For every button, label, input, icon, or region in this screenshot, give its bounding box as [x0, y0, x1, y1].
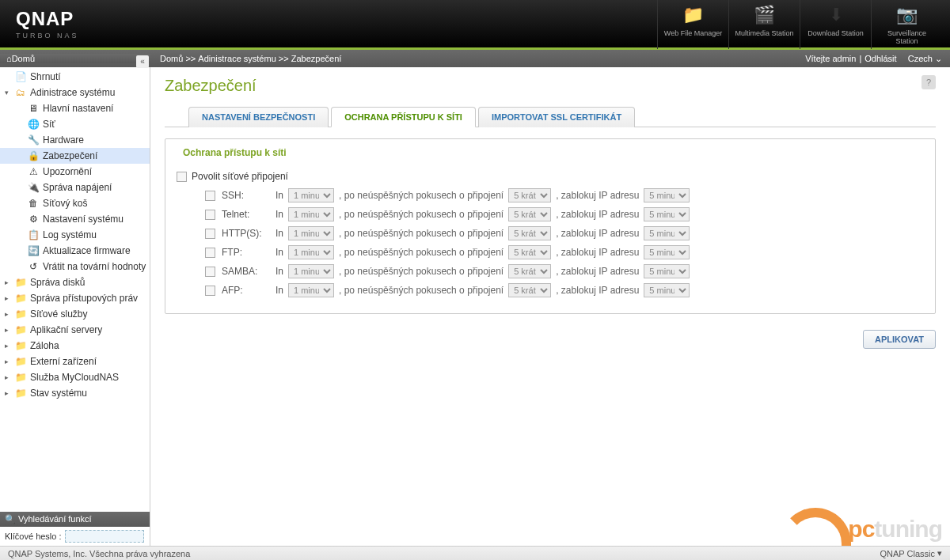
nav-item-síť[interactable]: 🌐Síť: [0, 116, 150, 132]
tree-item-icon: 📁: [14, 371, 27, 384]
expand-icon[interactable]: ▸: [5, 326, 14, 334]
logo: QNAP TURBO NAS: [16, 8, 79, 40]
nav-item-správa-přístupových-práv[interactable]: ▸📁Správa přístupových práv: [0, 290, 150, 306]
tree-item-label: Správa přístupových práv: [30, 293, 138, 304]
protocol-label: FTP:: [222, 247, 271, 258]
tree-item-label: Hlavní nastavení: [43, 103, 113, 114]
search-label: Klíčové heslo :: [5, 532, 62, 541]
tree-item-icon: ⚠: [27, 165, 40, 178]
nav-item-nastavení-systému[interactable]: ⚙Nastavení systému: [0, 211, 150, 227]
nav-item-hardware[interactable]: 🔧Hardware: [0, 132, 150, 148]
top-station-0[interactable]: 📁Web File Manager: [657, 0, 728, 49]
nav-item-služba-mycloudnas[interactable]: ▸📁Služba MyCloudNAS: [0, 369, 150, 385]
nav-item-stav-systému[interactable]: ▸📁Stav systému: [0, 385, 150, 401]
protocol-checkbox[interactable]: [205, 248, 215, 258]
after-label: , po neúspěšných pokusech o připojení: [339, 228, 504, 239]
time-select[interactable]: 1 minut: [288, 207, 334, 221]
nav-item-shrnutí[interactable]: 📄Shrnutí: [0, 69, 150, 85]
help-button[interactable]: ?: [922, 75, 936, 89]
time-select[interactable]: 1 minut: [288, 264, 334, 278]
top-station-2[interactable]: ⬇Download Station: [800, 0, 871, 49]
block-time-select[interactable]: 5 minut: [644, 283, 690, 297]
tree-item-icon: ⚙: [27, 213, 40, 225]
top-station-1[interactable]: 🎬Multimedia Station: [728, 0, 800, 49]
protocol-label: SAMBA:: [222, 266, 271, 277]
tab-bar: NASTAVENÍ BEZPEČNOSTIOCHRANA PŘÍSTUPU K …: [165, 106, 936, 127]
in-label: In: [276, 228, 283, 239]
sidebar-home-label[interactable]: Domů: [12, 54, 35, 63]
count-select[interactable]: 5 krát: [508, 245, 551, 259]
expand-icon[interactable]: ▸: [5, 389, 14, 397]
block-time-select[interactable]: 5 minut: [644, 245, 690, 259]
station-icon: 📷: [895, 2, 920, 28]
tree-item-label: Aplikační servery: [30, 324, 102, 335]
time-select[interactable]: 1 minut: [288, 188, 334, 202]
protocol-checkbox[interactable]: [205, 191, 215, 201]
time-select[interactable]: 1 minut: [288, 283, 334, 297]
count-select[interactable]: 5 krát: [508, 226, 551, 240]
nav-item-log-systému[interactable]: 📋Log systému: [0, 227, 150, 243]
protocol-checkbox[interactable]: [205, 286, 215, 296]
expand-icon[interactable]: ▸: [5, 310, 14, 318]
collapse-sidebar-button[interactable]: «: [136, 55, 149, 68]
search-input[interactable]: [65, 530, 144, 543]
block-time-select[interactable]: 5 minut: [644, 207, 690, 221]
language-select[interactable]: Czech ⌄: [908, 54, 942, 64]
crumb-l1[interactable]: Adinistrace systému: [198, 54, 276, 63]
nav-item-externí-zařízení[interactable]: ▸📁Externí zařízení: [0, 354, 150, 369]
tab-0[interactable]: NASTAVENÍ BEZPEČNOSTI: [188, 107, 329, 127]
nav-item-síťový-koš[interactable]: 🗑Síťový koš: [0, 195, 150, 211]
tree-item-label: Hardware: [43, 134, 84, 146]
page-title: Zabezpečení: [165, 77, 936, 95]
count-select[interactable]: 5 krát: [508, 264, 551, 278]
tab-2[interactable]: IMPORTOVAT SSL CERTIFIKÁT: [478, 107, 635, 127]
nav-item-vrátit-na-tovární-hodnoty[interactable]: ↺Vrátit na tovární hodnoty: [0, 259, 150, 274]
protocol-checkbox[interactable]: [205, 229, 215, 239]
expand-icon[interactable]: ▸: [5, 358, 14, 365]
expand-icon[interactable]: ▾: [5, 89, 14, 96]
expand-icon[interactable]: ▸: [5, 342, 14, 350]
block-time-select[interactable]: 5 minut: [644, 226, 690, 240]
expand-icon[interactable]: ▸: [5, 294, 14, 302]
skin-selector[interactable]: QNAP Classic ▾: [880, 548, 942, 558]
tree-item-icon: 🌐: [27, 118, 40, 131]
tree-item-icon: ↺: [27, 260, 40, 273]
nav-item-síťové-služby[interactable]: ▸📁Síťové služby: [0, 306, 150, 322]
crumb-home[interactable]: Domů: [160, 54, 183, 63]
protocol-checkbox[interactable]: [205, 210, 215, 220]
nav-item-aktualizace-firmware[interactable]: 🔄Aktualizace firmware: [0, 243, 150, 259]
tree-item-label: Služba MyCloudNAS: [30, 372, 119, 383]
nav-item-správa-napájení[interactable]: 🔌Správa napájení: [0, 180, 150, 195]
count-select[interactable]: 5 krát: [508, 283, 551, 297]
user-bar: Vítejte admin | Odhlásit Czech ⌄: [805, 54, 950, 64]
time-select[interactable]: 1 minut: [288, 226, 334, 240]
apply-button[interactable]: APLIKOVAT: [863, 330, 936, 349]
time-select[interactable]: 1 minut: [288, 245, 334, 259]
nav-item-aplikační-servery[interactable]: ▸📁Aplikační servery: [0, 322, 150, 338]
nav-item-adinistrace-systému[interactable]: ▾🗂Adinistrace systému: [0, 85, 150, 100]
block-label: , zablokuj IP adresu: [556, 285, 639, 296]
nav-item-hlavní-nastavení[interactable]: 🖥Hlavní nastavení: [0, 100, 150, 116]
tab-1[interactable]: OCHRANA PŘÍSTUPU K SÍTI: [331, 107, 476, 127]
brand-name: QNAP: [16, 8, 79, 30]
block-time-select[interactable]: 5 minut: [644, 264, 690, 278]
count-select[interactable]: 5 krát: [508, 207, 551, 221]
nav-item-záloha[interactable]: ▸📁Záloha: [0, 338, 150, 354]
nav-item-správa-disků[interactable]: ▸📁Správa disků: [0, 274, 150, 290]
block-time-select[interactable]: 5 minut: [644, 188, 690, 202]
expand-icon[interactable]: ▸: [5, 373, 14, 381]
protocol-row-ssh: SSH:In1 minut, po neúspěšných pokusech o…: [205, 188, 924, 202]
count-select[interactable]: 5 krát: [508, 188, 551, 202]
protocol-label: Telnet:: [222, 209, 271, 220]
logout-link[interactable]: Odhlásit: [864, 54, 896, 63]
expand-icon[interactable]: ▸: [5, 278, 14, 286]
main-layout: 📄Shrnutí▾🗂Adinistrace systému🖥Hlavní nas…: [0, 67, 950, 546]
enable-checkbox[interactable]: [177, 172, 187, 182]
nav-item-zabezpečení[interactable]: 🔒Zabezpečení: [0, 148, 150, 164]
protocol-checkbox[interactable]: [205, 267, 215, 277]
nav-item-upozornění[interactable]: ⚠Upozornění: [0, 164, 150, 180]
station-label: Surveillance Station: [876, 29, 938, 45]
top-station-3[interactable]: 📷Surveillance Station: [871, 0, 942, 49]
home-icon: ⌂: [6, 54, 12, 63]
tree-item-label: Log systému: [43, 229, 97, 240]
